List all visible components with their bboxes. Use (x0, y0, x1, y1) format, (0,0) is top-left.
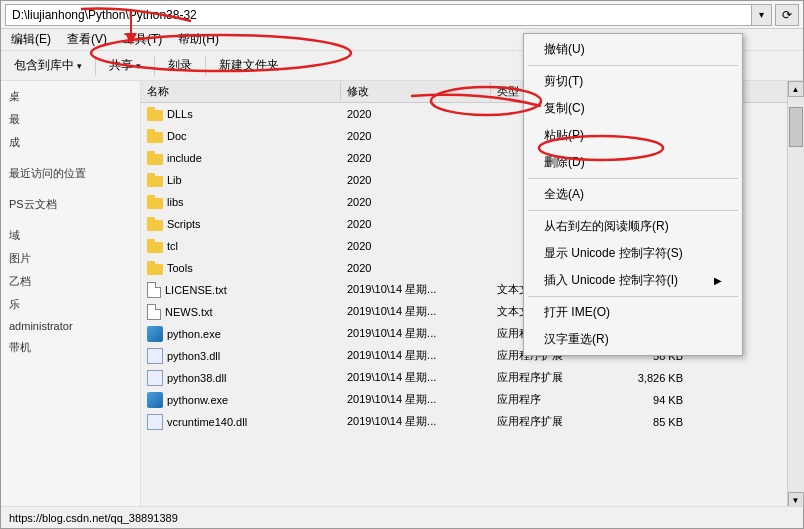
address-bar: ▾ ⟳ (1, 1, 803, 29)
sidebar-item-music[interactable]: 乐 (1, 293, 140, 316)
file-date: 2020 (341, 260, 491, 276)
file-date: 2020 (341, 128, 491, 144)
file-date: 2020 (341, 106, 491, 122)
file-name: python38.dll (167, 372, 226, 384)
folder-icon (147, 195, 163, 209)
menu-help[interactable]: 帮助(H) (170, 29, 227, 50)
file-date: 2019\10\14 星期... (341, 302, 491, 321)
file-type: 应用程序 (491, 390, 611, 409)
refresh-button[interactable]: ⟳ (775, 4, 799, 26)
ctx-show-unicode[interactable]: 显示 Unicode 控制字符(S) (524, 240, 742, 267)
status-bar: https://blog.csdn.net/qq_38891389 (1, 506, 803, 528)
status-text: https://blog.csdn.net/qq_38891389 (9, 512, 178, 524)
ctx-sep-2 (528, 210, 738, 211)
folder-icon (147, 107, 163, 121)
ctx-show-unicode-label: 显示 Unicode 控制字符(S) (544, 245, 683, 262)
file-date: 2020 (341, 194, 491, 210)
col-date[interactable]: 修改 (341, 82, 491, 101)
sidebar-item-admin[interactable]: administrator (1, 316, 140, 336)
ctx-reconvert-label: 汉字重选(R) (544, 331, 609, 348)
toolbar-sep-2 (154, 56, 155, 76)
sidebar-item-sep1 (1, 185, 140, 193)
file-name: vcruntime140.dll (167, 416, 247, 428)
menu-edit[interactable]: 编辑(E) (3, 29, 59, 50)
sidebar-item-pics[interactable]: 图片 (1, 247, 140, 270)
ctx-cut[interactable]: 剪切(T) (524, 68, 742, 95)
table-row[interactable]: python38.dll 2019\10\14 星期... 应用程序扩展 3,8… (141, 367, 787, 389)
include-arrow: ▾ (77, 61, 82, 71)
scroll-up-btn[interactable]: ▲ (788, 81, 804, 97)
sidebar-item-ps[interactable]: PS云文档 (1, 193, 140, 216)
sidebar-item-recent[interactable]: 最近访问的位置 (1, 162, 140, 185)
sidebar-item-0[interactable]: 桌 (1, 85, 140, 108)
ctx-copy[interactable]: 复制(C) (524, 95, 742, 122)
ctx-sep-1 (528, 178, 738, 179)
exe-icon (147, 326, 163, 342)
ctx-insert-unicode-arrow: ▶ (714, 275, 722, 286)
ctx-undo-label: 撤销(U) (544, 41, 585, 58)
vertical-scrollbar[interactable]: ▲ ▼ (787, 81, 803, 508)
ctx-undo[interactable]: 撤销(U) (524, 36, 742, 63)
scroll-track[interactable] (788, 97, 804, 492)
ctx-copy-label: 复制(C) (544, 100, 585, 117)
file-size: 94 KB (611, 392, 691, 408)
folder-icon (147, 217, 163, 231)
file-date: 2019\10\14 星期... (341, 390, 491, 409)
file-date: 2019\10\14 星期... (341, 412, 491, 431)
ctx-insert-unicode[interactable]: 插入 Unicode 控制字符(I) ▶ (524, 267, 742, 294)
file-name: NEWS.txt (165, 306, 213, 318)
include-label: 包含到库中 (14, 57, 74, 74)
ctx-rtl-label: 从右到左的阅读顺序(R) (544, 218, 669, 235)
col-name[interactable]: 名称 (141, 82, 341, 101)
file-name: tcl (167, 240, 178, 252)
scroll-thumb[interactable] (789, 107, 803, 147)
folder-icon (147, 173, 163, 187)
txt-icon (147, 304, 161, 320)
sidebar-item-2[interactable]: 成 (1, 131, 140, 154)
ctx-open-ime[interactable]: 打开 IME(O) (524, 299, 742, 326)
sidebar-item-1[interactable]: 最 (1, 108, 140, 131)
file-date: 2020 (341, 238, 491, 254)
include-library-btn[interactable]: 包含到库中 ▾ (5, 53, 91, 78)
burn-btn[interactable]: 刻录 (159, 53, 201, 78)
new-folder-btn[interactable]: 新建文件夹 (210, 53, 288, 78)
file-date: 2020 (341, 150, 491, 166)
ctx-paste[interactable]: 粘贴(P) (524, 122, 742, 149)
ctx-selectall-label: 全选(A) (544, 186, 584, 203)
folder-icon (147, 129, 163, 143)
folder-icon (147, 151, 163, 165)
file-name: libs (167, 196, 184, 208)
ctx-sep-0 (528, 65, 738, 66)
file-name: DLLs (167, 108, 193, 120)
dll-icon (147, 414, 163, 430)
table-row[interactable]: pythonw.exe 2019\10\14 星期... 应用程序 94 KB (141, 389, 787, 411)
ctx-rtl[interactable]: 从右到左的阅读顺序(R) (524, 213, 742, 240)
ctx-delete-label: 删除(D) (544, 154, 585, 171)
sidebar-item-pc[interactable]: 带机 (1, 336, 140, 359)
ctx-selectall[interactable]: 全选(A) (524, 181, 742, 208)
new-folder-label: 新建文件夹 (219, 57, 279, 74)
address-dropdown-btn[interactable]: ▾ (752, 4, 772, 26)
explorer-window: ▾ ⟳ 编辑(E) 查看(V) 工具(T) 帮助(H) 包含到库中 ▾ 共享 ▾… (0, 0, 804, 529)
menu-tools[interactable]: 工具(T) (115, 29, 170, 50)
file-name: pythonw.exe (167, 394, 228, 406)
sidebar-item-docs[interactable]: 乙档 (1, 270, 140, 293)
ctx-open-ime-label: 打开 IME(O) (544, 304, 610, 321)
file-name: python3.dll (167, 350, 220, 362)
file-date: 2020 (341, 216, 491, 232)
file-name: include (167, 152, 202, 164)
ctx-paste-label: 粘贴(P) (544, 127, 584, 144)
ctx-delete[interactable]: 删除(D) (524, 149, 742, 176)
address-input[interactable] (5, 4, 752, 26)
file-date: 2019\10\14 星期... (341, 346, 491, 365)
file-date: 2019\10\14 星期... (341, 368, 491, 387)
ctx-reconvert[interactable]: 汉字重选(R) (524, 326, 742, 353)
file-size: 3,826 KB (611, 370, 691, 386)
sidebar-item-3[interactable] (1, 154, 140, 162)
table-row[interactable]: vcruntime140.dll 2019\10\14 星期... 应用程序扩展… (141, 411, 787, 433)
exe-icon (147, 392, 163, 408)
sidebar-item-domain[interactable]: 域 (1, 224, 140, 247)
menu-view[interactable]: 查看(V) (59, 29, 115, 50)
context-menu: 撤销(U) 剪切(T) 复制(C) 粘贴(P) 删除(D) 全选(A) 从右到左… (523, 33, 743, 356)
share-btn[interactable]: 共享 ▾ (100, 53, 150, 78)
